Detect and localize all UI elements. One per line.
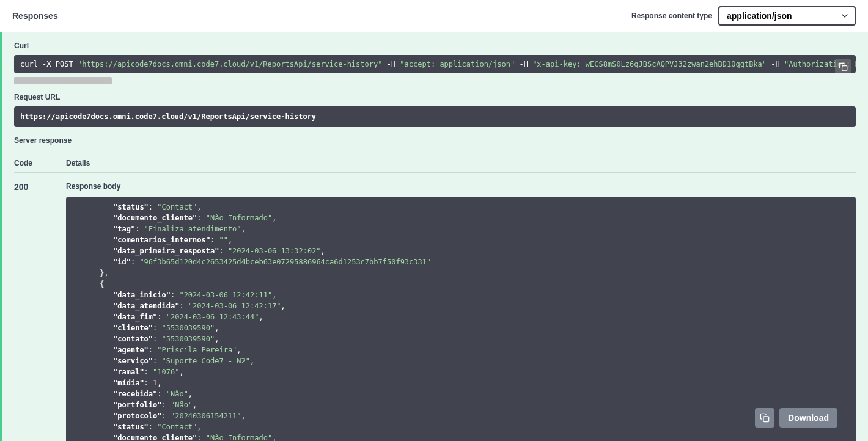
curl-scrollbar-thumb[interactable] [14, 77, 112, 84]
clipboard-icon [839, 62, 848, 71]
copy-body-button[interactable] [755, 408, 774, 428]
response-table-header: Code Details [14, 154, 856, 173]
responses-title: Responses [12, 11, 58, 21]
curl-copy-button[interactable] [835, 59, 851, 73]
request-url-text: https://apicode7docs.omni.code7.cloud/v1… [20, 112, 316, 121]
clipboard-icon [760, 413, 770, 423]
details-column-header: Details [66, 159, 90, 167]
request-url-label: Request URL [14, 93, 856, 101]
curl-content: curl -X POST "https://apicode7docs.omni.… [20, 60, 850, 68]
curl-block[interactable]: curl -X POST "https://apicode7docs.omni.… [14, 55, 856, 73]
content-type-label: Response content type [631, 12, 712, 20]
details-cell: Response body "status": "Contact", "docu… [66, 182, 856, 441]
response-body-block[interactable]: "status": "Contact", "documento_cliente"… [66, 197, 856, 441]
server-response-label: Server response [14, 136, 856, 145]
response-row: 200 Response body "status": "Contact", "… [14, 182, 856, 441]
svg-rect-0 [842, 65, 847, 70]
content-type-select[interactable]: application/json [718, 6, 856, 26]
status-code: 200 [14, 182, 66, 441]
curl-scrollbar[interactable] [14, 76, 856, 86]
request-url-block[interactable]: https://apicode7docs.omni.code7.cloud/v1… [14, 106, 856, 127]
json-content: "status": "Contact", "documento_cliente"… [73, 202, 848, 441]
response-panel: Curl curl -X POST "https://apicode7docs.… [0, 32, 868, 441]
svg-rect-1 [763, 417, 769, 422]
responses-header: Responses Response content type applicat… [0, 0, 868, 32]
curl-label: Curl [14, 42, 856, 50]
response-body-label: Response body [66, 182, 856, 191]
download-button[interactable]: Download [779, 408, 837, 428]
code-column-header: Code [14, 159, 66, 167]
body-action-buttons: Download [755, 408, 837, 428]
content-type-wrap: Response content type application/json [631, 6, 856, 26]
